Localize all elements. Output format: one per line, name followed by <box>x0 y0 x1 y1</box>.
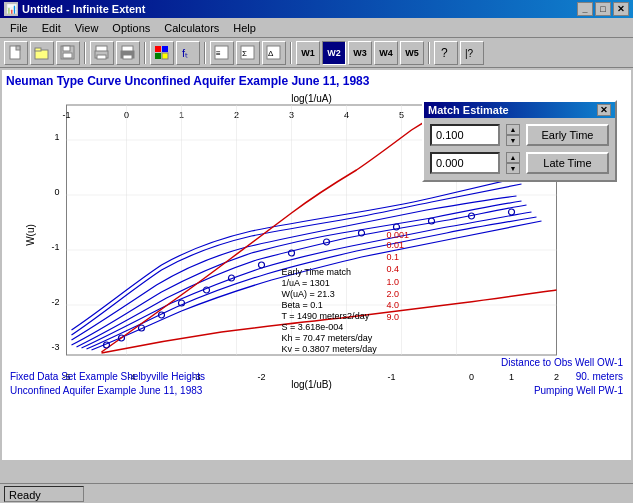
chart-container: log(1/uA) log(1/uB) W(u) -1 0 1 2 3 4 5 … <box>6 90 627 400</box>
late-time-row: ▲ ▼ Late Time <box>430 152 609 174</box>
bottom-right-line2: 90. meters <box>501 370 623 384</box>
svg-rect-15 <box>155 53 161 59</box>
svg-text:W(u): W(u) <box>25 224 36 246</box>
toolbar-separator-5 <box>428 42 430 64</box>
title-bar: 📊 Untitled - Infinite Extent _ □ ✕ <box>0 0 633 18</box>
late-time-spinner-down[interactable]: ▼ <box>506 163 520 174</box>
print2-button[interactable] <box>116 41 140 65</box>
svg-text:-1: -1 <box>387 372 395 382</box>
early-time-spinner-down[interactable]: ▼ <box>506 135 520 146</box>
svg-text:fₜ: fₜ <box>182 47 188 59</box>
new-button[interactable] <box>4 41 28 65</box>
menu-calculators[interactable]: Calculators <box>158 20 225 36</box>
main-content: Neuman Type Curve Unconfined Aquifer Exa… <box>2 70 631 460</box>
svg-text:Σ: Σ <box>242 49 247 58</box>
late-time-spinner-up[interactable]: ▲ <box>506 152 520 163</box>
window-controls: _ □ ✕ <box>577 2 629 16</box>
close-button[interactable]: ✕ <box>613 2 629 16</box>
svg-text:1/uA = 1301: 1/uA = 1301 <box>282 278 330 288</box>
svg-text:log(1/uA): log(1/uA) <box>291 93 332 104</box>
svg-text:log(1/uB): log(1/uB) <box>291 379 332 390</box>
svg-rect-14 <box>162 46 168 52</box>
late-time-button[interactable]: Late Time <box>526 152 609 174</box>
print1-button[interactable] <box>90 41 114 65</box>
svg-text:4.0: 4.0 <box>387 300 400 310</box>
svg-text:S = 3.618e-004: S = 3.618e-004 <box>282 322 344 332</box>
graph1-button[interactable]: ≡ <box>210 41 234 65</box>
help2-button[interactable]: |? <box>460 41 484 65</box>
svg-text:0.1: 0.1 <box>387 252 400 262</box>
match-estimate-dialog: Match Estimate ✕ ▲ ▼ Early Time ▲ ▼ <box>422 100 617 182</box>
chart-title: Neuman Type Curve Unconfined Aquifer Exa… <box>6 74 627 88</box>
menu-edit[interactable]: Edit <box>36 20 67 36</box>
early-time-button[interactable]: Early Time <box>526 124 609 146</box>
late-time-input[interactable] <box>430 152 500 174</box>
bottom-right-line3: Pumping Well PW-1 <box>501 384 623 398</box>
open-button[interactable] <box>30 41 54 65</box>
svg-text:W(uA) = 21.3: W(uA) = 21.3 <box>282 289 335 299</box>
early-time-spinner: ▲ ▼ <box>506 124 520 146</box>
save-button[interactable] <box>56 41 80 65</box>
svg-text:-1: -1 <box>62 110 70 120</box>
early-time-row: ▲ ▼ Early Time <box>430 124 609 146</box>
graph3-button[interactable]: Δ <box>262 41 286 65</box>
window-title: Untitled - Infinite Extent <box>22 3 145 15</box>
w2-button[interactable]: W2 <box>322 41 346 65</box>
late-time-spinner: ▲ ▼ <box>506 152 520 174</box>
menu-view[interactable]: View <box>69 20 105 36</box>
w1-button[interactable]: W1 <box>296 41 320 65</box>
svg-text:0: 0 <box>469 372 474 382</box>
svg-text:-3: -3 <box>51 342 59 352</box>
svg-text:0.01: 0.01 <box>387 240 405 250</box>
svg-rect-12 <box>123 55 132 59</box>
menu-bar: File Edit View Options Calculators Help <box>0 18 633 38</box>
svg-rect-3 <box>35 48 41 51</box>
toolbar-separator-2 <box>144 42 146 64</box>
menu-help[interactable]: Help <box>227 20 262 36</box>
menu-file[interactable]: File <box>4 20 34 36</box>
bottom-left-info: Fixed Data Set Example Shelbyville Heigh… <box>10 370 205 398</box>
svg-text:1.0: 1.0 <box>387 277 400 287</box>
pattern-button[interactable]: fₜ <box>176 41 200 65</box>
svg-text:Beta = 0.1: Beta = 0.1 <box>282 300 323 310</box>
svg-text:Early Time match: Early Time match <box>282 267 352 277</box>
svg-text:-2: -2 <box>257 372 265 382</box>
w5-button[interactable]: W5 <box>400 41 424 65</box>
svg-text:9.0: 9.0 <box>387 312 400 322</box>
early-time-input[interactable] <box>430 124 500 146</box>
toolbar-separator-3 <box>204 42 206 64</box>
svg-text:0.4: 0.4 <box>387 264 400 274</box>
minimize-button[interactable]: _ <box>577 2 593 16</box>
status-bar: Ready <box>0 483 633 503</box>
svg-text:Kv = 0.3807 meters/day: Kv = 0.3807 meters/day <box>282 344 378 354</box>
maximize-button[interactable]: □ <box>595 2 611 16</box>
bottom-right-line1: Distance to Obs Well OW-1 <box>501 356 623 370</box>
svg-text:Δ: Δ <box>268 49 274 58</box>
bottom-line2: Unconfined Aquifer Example June 11, 1983 <box>10 384 205 398</box>
bottom-right-info: Distance to Obs Well OW-1 90. meters Pum… <box>501 356 623 398</box>
help1-button[interactable]: ? <box>434 41 458 65</box>
svg-text:1: 1 <box>54 132 59 142</box>
svg-text:?: ? <box>441 46 448 60</box>
svg-text:≡: ≡ <box>216 49 221 58</box>
svg-text:0: 0 <box>54 187 59 197</box>
app-icon: 📊 <box>4 2 18 16</box>
early-time-spinner-up[interactable]: ▲ <box>506 124 520 135</box>
svg-rect-5 <box>63 46 70 51</box>
toolbar: fₜ ≡ Σ Δ W1 W2 W3 W4 W5 ? |? <box>0 38 633 68</box>
svg-rect-9 <box>97 55 106 59</box>
color-button[interactable] <box>150 41 174 65</box>
svg-text:T = 1490 meters2/day: T = 1490 meters2/day <box>282 311 370 321</box>
svg-text:|?: |? <box>465 48 474 59</box>
svg-text:0.001: 0.001 <box>387 230 410 240</box>
svg-rect-6 <box>63 53 72 58</box>
svg-text:-1: -1 <box>51 242 59 252</box>
w4-button[interactable]: W4 <box>374 41 398 65</box>
status-text: Ready <box>4 486 84 502</box>
graph2-button[interactable]: Σ <box>236 41 260 65</box>
match-dialog-body: ▲ ▼ Early Time ▲ ▼ Late Time <box>424 118 615 180</box>
match-dialog-close-button[interactable]: ✕ <box>597 104 611 116</box>
w3-button[interactable]: W3 <box>348 41 372 65</box>
menu-options[interactable]: Options <box>106 20 156 36</box>
bottom-line1: Fixed Data Set Example Shelbyville Heigh… <box>10 370 205 384</box>
